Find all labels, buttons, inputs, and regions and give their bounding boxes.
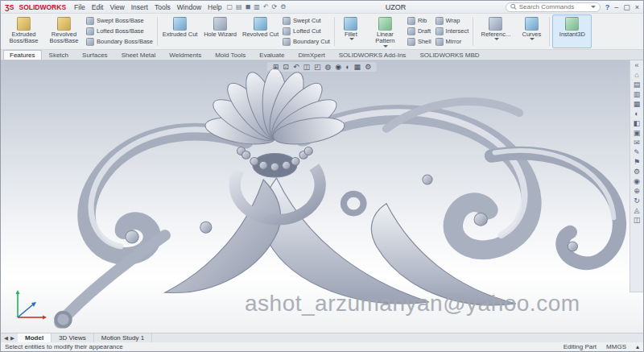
draft-button[interactable]: Draft	[407, 27, 431, 36]
swept-cut-button[interactable]: Swept Cut	[283, 16, 330, 26]
target-icon[interactable]: ◉	[634, 178, 640, 185]
tab-evaluate[interactable]: Evaluate	[253, 50, 291, 60]
tab-solidworks-addins[interactable]: SOLIDWORKS Add-Ins	[332, 50, 413, 60]
view-palette-icon[interactable]: ▦	[634, 101, 641, 108]
button-label: Hole Wizard	[204, 31, 237, 38]
undo-icon[interactable]: ↶	[263, 3, 269, 10]
mirror-button[interactable]: Mirror	[436, 37, 469, 47]
tab-model[interactable]: Model	[18, 333, 52, 342]
design-library-icon[interactable]: ▤	[634, 81, 641, 89]
features-ribbon: Extruded Boss/Base Revolved Boss/Base Sw…	[1, 14, 643, 50]
app-name: SOLIDWORKS	[19, 3, 67, 11]
extruded-boss-base-button[interactable]: Extruded Boss/Base	[4, 14, 43, 48]
home-icon[interactable]: ⌂	[634, 72, 638, 79]
status-expand-icon[interactable]: ▴	[636, 343, 639, 350]
apply-scene-icon[interactable]: ▦	[354, 63, 361, 71]
extruded-cut-button[interactable]: Extruded Cut	[160, 14, 200, 48]
appearances-icon[interactable]: ◐	[634, 110, 638, 118]
rebuild-icon[interactable]: ⟳	[272, 3, 278, 10]
search-commands-box[interactable]	[506, 2, 601, 12]
instant3d-button[interactable]: Instant3D	[552, 14, 592, 48]
menu-tools[interactable]: Tools	[155, 3, 171, 11]
tab-surfaces[interactable]: Surfaces	[76, 50, 114, 60]
revolved-cut-icon	[254, 17, 267, 31]
edit-appearance-icon[interactable]: ◐	[345, 63, 349, 71]
reference-geometry-button[interactable]: Referenc...	[476, 14, 515, 48]
view-settings-icon[interactable]: ⚙	[365, 63, 371, 71]
swept-boss-base-button[interactable]: Swept Boss/Base	[86, 16, 153, 26]
menu-file[interactable]: File	[74, 3, 85, 11]
boundary-boss-base-button[interactable]: Boundary Boss/Base	[86, 37, 153, 47]
open-file-icon[interactable]: ▤	[236, 3, 242, 10]
swept-cut-icon	[283, 17, 291, 25]
tab-motion-study-1[interactable]: Motion Study 1	[94, 333, 152, 342]
boundary-cut-button[interactable]: Boundary Cut	[283, 37, 330, 47]
refresh-icon[interactable]: ↻	[634, 197, 640, 205]
wrap-button[interactable]: Wrap	[436, 16, 469, 26]
tab-sheet-metal[interactable]: Sheet Metal	[115, 50, 163, 60]
new-file-icon[interactable]: ▢	[227, 3, 233, 10]
menu-help[interactable]: Help	[208, 3, 221, 11]
rib-button[interactable]: Rib	[407, 16, 431, 26]
shell-button[interactable]: Shell	[407, 37, 431, 47]
maximize-button[interactable]: ▢	[623, 3, 630, 11]
linear-pattern-button[interactable]: Linear Pattern	[365, 14, 405, 48]
print-icon[interactable]: ▥	[254, 3, 260, 10]
extruded-boss-icon	[17, 17, 31, 31]
view-orientation-icon[interactable]: ◰	[314, 63, 321, 71]
menu-window[interactable]: Window	[177, 3, 201, 11]
menu-view[interactable]: View	[109, 3, 124, 11]
hole-wizard-icon	[213, 17, 227, 31]
section-view-icon[interactable]: ◫	[303, 63, 310, 71]
previous-view-icon[interactable]: ↶	[293, 63, 299, 71]
zoom-fit-icon[interactable]: ⊞	[273, 63, 279, 71]
minimize-button[interactable]: –	[614, 3, 618, 11]
close-button[interactable]: ×	[635, 3, 639, 11]
file-explorer-icon[interactable]: ▥	[634, 91, 641, 98]
gear-icon[interactable]: ⚙	[634, 168, 640, 176]
zoom-area-icon[interactable]: ⊡	[283, 63, 289, 71]
tab-features[interactable]: Features	[3, 50, 42, 60]
help-icon[interactable]: ?	[605, 3, 610, 11]
revolved-boss-base-button[interactable]: Revolved Boss/Base	[44, 14, 84, 48]
scroll-left-icon[interactable]: ◀	[4, 335, 8, 342]
collapse-arrows-icon[interactable]: «	[634, 62, 638, 69]
section-icon[interactable]: ◫	[634, 217, 641, 224]
menu-bar: File Edit View Insert Tools Window Help	[74, 3, 221, 11]
options-icon[interactable]: ⚙	[280, 3, 286, 10]
tab-solidworks-mbd[interactable]: SOLIDWORKS MBD	[413, 50, 485, 60]
hide-show-items-icon[interactable]: ◉	[335, 63, 341, 71]
scene-icon[interactable]: ◧	[634, 120, 641, 127]
triangle-icon[interactable]: ◬	[634, 207, 640, 214]
graphics-viewport[interactable]: ⊞ ⊡ ↶ ◫ ◰ ◍ ◉ ◐ ▦ ⚙ « ⌂ ▤ ▥ ▦ ◐ ◧ ▣ ✉ ✎ …	[1, 60, 643, 333]
scroll-right-icon[interactable]: ▶	[10, 335, 14, 342]
revolved-boss-icon	[57, 17, 71, 31]
intersect-button[interactable]: Intersect	[436, 27, 469, 36]
menu-edit[interactable]: Edit	[92, 3, 104, 11]
search-input[interactable]	[519, 3, 588, 10]
curves-button[interactable]: Curves	[516, 14, 547, 48]
lofted-cut-button[interactable]: Lofted Cut	[283, 27, 330, 36]
flag-icon[interactable]: ⚑	[634, 159, 640, 166]
display-style-icon[interactable]: ◍	[324, 63, 331, 71]
plus-icon[interactable]: ⊕	[634, 188, 640, 195]
rib-icon	[407, 17, 415, 25]
hole-wizard-button[interactable]: Hole Wizard	[200, 14, 240, 48]
pencil-icon[interactable]: ✎	[634, 149, 640, 156]
tab-dimxpert[interactable]: DimXpert	[291, 50, 331, 60]
tab-3d-views[interactable]: 3D Views	[52, 333, 94, 342]
menu-insert[interactable]: Insert	[131, 3, 148, 11]
forum-icon[interactable]: ✉	[634, 139, 640, 147]
study-tabs-bar: ◀ ▶ Model 3D Views Motion Study 1	[1, 333, 643, 342]
lofted-boss-base-button[interactable]: Lofted Boss/Base	[86, 27, 153, 36]
custom-properties-icon[interactable]: ▣	[634, 130, 641, 137]
tab-weldments[interactable]: Weldments	[163, 50, 208, 60]
units-selector[interactable]: MMGS	[606, 343, 626, 350]
fillet-button[interactable]: Fillet	[337, 14, 365, 48]
save-icon[interactable]: ◼	[246, 3, 251, 10]
search-dropdown-icon[interactable]	[591, 6, 596, 8]
tab-sketch[interactable]: Sketch	[43, 50, 75, 60]
revolved-cut-button[interactable]: Revolved Cut	[241, 14, 280, 48]
solidworks-logo-icon: ƷS	[5, 3, 14, 11]
tab-mold-tools[interactable]: Mold Tools	[208, 50, 252, 60]
